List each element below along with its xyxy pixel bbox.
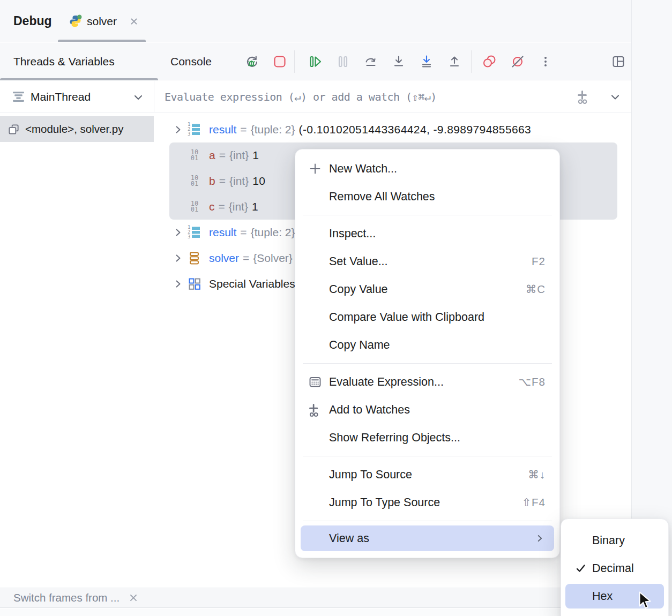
menu-separator [303,456,552,456]
chevron-right-icon[interactable] [171,277,184,290]
add-watch-icon [307,403,323,417]
thread-selector[interactable]: MainThread [0,81,154,112]
threads-tab-underline [0,78,158,80]
close-icon[interactable] [128,592,139,603]
status-bar: Switch frames from ... [0,588,631,608]
calculator-icon [307,375,323,389]
menu-item-copy-name[interactable]: Copy Name [295,331,559,359]
int-icon: 1001 [188,149,201,163]
toolbar-separator [471,50,472,73]
menu-item-inspect[interactable]: Inspect... [295,220,559,247]
variable-name: solver [209,252,239,265]
panel-headers: MainThread Evaluate expression (↵) or ad… [0,81,631,112]
menu-item-evaluate-expression[interactable]: Evaluate Expression... ⌥F8 [295,368,559,396]
int-icon: 1001 [188,201,201,215]
menu-item-show-referring-objects[interactable]: Show Referring Objects... [295,424,559,452]
debug-toolbar: Threads & Variables Console [0,43,631,80]
tab-console[interactable]: Console [170,43,212,80]
menu-item-copy-value[interactable]: Copy Value ⌘C [295,275,559,303]
resume-button[interactable] [308,54,323,69]
menu-separator [303,215,552,215]
debug-tool-window: Debug solver Threads & Variables Console [0,0,672,616]
step-out-button[interactable] [447,54,462,69]
tab-solver[interactable]: solver [58,0,146,42]
chevron-right-icon[interactable] [171,252,184,265]
tab-threads-variables[interactable]: Threads & Variables [13,43,115,80]
variables-context-menu: New Watch... Remove All Watches Inspect.… [295,149,560,558]
menu-separator [303,521,552,521]
evaluate-expression-input[interactable]: Evaluate expression (↵) or add a watch (… [165,81,437,112]
menu-item-jump-to-source[interactable]: Jump To Source ⌘↓ [295,461,559,489]
plus-icon [307,162,323,176]
int-icon: 1001 [188,175,201,189]
python-icon [69,14,82,28]
variable-name: b [209,175,215,187]
tab-solver-label: solver [87,15,117,28]
tuple-icon: 123 [188,123,201,137]
thread-selector-label: MainThread [31,91,91,103]
frame-row-module[interactable]: <module>, solver.py [0,116,154,142]
variable-value: (-0.10102051443364424, -9.8989794855663 [299,123,532,136]
variable-name: c [209,200,215,213]
frames-panel: <module>, solver.py [0,112,154,588]
variable-name: a [209,149,215,162]
chevron-right-icon[interactable] [171,226,184,239]
step-over-button[interactable] [363,54,378,69]
menu-item-add-to-watches[interactable]: Add to Watches [295,396,559,424]
menu-item-jump-to-type-source[interactable]: Jump To Type Source ⇧F4 [295,489,559,516]
object-icon [188,251,201,265]
toolbar-separator [294,50,295,73]
submenu-item-decimal[interactable]: Decimal [561,554,668,582]
menu-item-new-watch[interactable]: New Watch... [295,155,559,183]
menu-separator [303,363,552,364]
force-step-into-button[interactable] [419,54,434,69]
variable-name: result [209,226,236,239]
checkmark-icon [574,562,588,575]
status-message: Switch frames from ... [13,591,120,604]
frame-icon [8,123,20,136]
group-icon [188,277,201,291]
menu-item-set-value[interactable]: Set Value... F2 [295,247,559,275]
variable-value: 1 [252,200,258,213]
tuple-icon: 123 [188,226,201,239]
stop-button[interactable] [272,54,287,69]
thread-icon [12,90,25,103]
layout-settings-button[interactable] [611,54,626,69]
step-into-button[interactable] [391,54,406,69]
rerun-debug-button[interactable] [244,54,259,69]
debug-header: Debug solver [0,0,631,42]
submenu-chevron-icon [534,532,546,544]
chevron-right-icon[interactable] [171,123,184,136]
variable-name: result [209,123,236,136]
menu-item-compare-value-with-clipboard[interactable]: Compare Value with Clipboard [295,303,559,331]
variable-row-result[interactable]: 123 result = {tuple: 2} (-0.101020514433… [154,117,631,142]
pause-button[interactable] [335,54,350,69]
variable-value: 1 [252,149,259,162]
chevron-down-icon[interactable] [132,91,145,103]
tab-close-icon[interactable] [129,17,139,26]
evaluate-placeholder: Evaluate expression (↵) or add a watch (… [165,91,437,103]
more-options-button[interactable] [538,54,553,69]
menu-item-view-as[interactable]: View as [301,525,554,551]
submenu-item-binary[interactable]: Binary [561,527,668,554]
mouse-cursor [638,591,653,610]
menu-item-remove-all-watches[interactable]: Remove All Watches [295,183,559,211]
mute-breakpoints-button[interactable] [510,54,525,69]
active-tab-underline [58,40,146,42]
chevron-down-icon[interactable] [609,91,622,103]
tool-window-title: Debug [13,0,52,42]
frame-label: <module>, solver.py [25,123,123,136]
add-watch-icon[interactable] [577,89,592,104]
view-breakpoints-button[interactable] [482,54,497,69]
variable-value: 10 [252,175,265,187]
group-label: Special Variables [209,277,295,290]
